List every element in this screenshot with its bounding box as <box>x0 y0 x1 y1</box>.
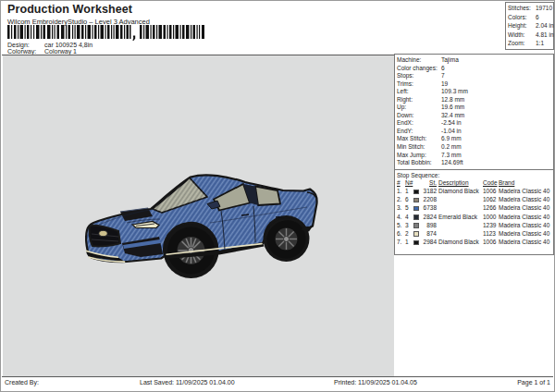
machine-value: 7.3 mm <box>441 152 462 158</box>
thread-code: 1239 <box>483 222 499 228</box>
col-header-needle: N# <box>405 179 413 186</box>
thread-brand: Madeira Classic 40 <box>499 204 553 211</box>
thread-description: Emerald Black <box>438 214 483 220</box>
thread-code: 1123 <box>483 230 499 237</box>
row-num: 1. <box>397 188 405 194</box>
row-num: 6. <box>397 230 405 237</box>
footer-printed: Printed: 11/09/2025 01.04.05 <box>334 379 417 386</box>
thread-color-swatch <box>413 240 419 246</box>
machine-row: Machine:Tajima <box>397 56 553 65</box>
stop-sequence-row: 7.12984Diamond Black1006Madeira Classic … <box>397 239 553 247</box>
stat-label: Zoom: <box>508 40 536 46</box>
stat-label: Colors: <box>508 14 536 20</box>
machine-value: 109.3 mm <box>441 88 468 94</box>
stat-row: Zoom:1:1 <box>508 40 553 49</box>
stat-value: 6 <box>536 14 539 20</box>
machine-value: Tajima <box>441 56 459 63</box>
needle-num: 1 <box>405 239 413 245</box>
machine-value: -2.54 in <box>441 119 462 126</box>
machine-label: Total Bobbin: <box>397 159 441 165</box>
needle-num: 2 <box>405 230 413 237</box>
machine-label: Down: <box>397 112 441 118</box>
stop-sequence-row: 1.13182Diamond Black1006Madeira Classic … <box>397 188 553 196</box>
footer-page-number: Page 1 of 1 <box>517 379 550 386</box>
machine-value: 19.6 mm <box>441 104 464 110</box>
needle-num: 1 <box>405 188 413 194</box>
footer-created-by: Created By: <box>5 379 39 386</box>
row-num: 5. <box>397 222 405 228</box>
thread-color-swatch <box>413 223 419 228</box>
stitch-count: 2208 <box>423 196 438 202</box>
machine-value: 12.8 mm <box>441 96 464 103</box>
col-header-code: Code <box>483 179 499 186</box>
machine-value: 19 <box>441 80 448 87</box>
stitch-count: 2984 <box>423 239 438 245</box>
machine-row: EndY:-1.04 in <box>397 128 553 136</box>
machine-row: Total Bobbin:124.69ft <box>397 159 553 167</box>
stat-row: Stitches:19710 <box>508 5 553 14</box>
row-num: 4. <box>397 214 405 220</box>
machine-label: Max Jump: <box>397 152 441 158</box>
thread-color-swatch <box>413 231 419 237</box>
thread-code: 1266 <box>483 204 499 211</box>
machine-label: Trims: <box>397 80 441 87</box>
col-header-stitches: St. <box>423 179 438 186</box>
production-worksheet-page: Production Worksheet Wilcom EmbroiderySt… <box>0 0 555 392</box>
machine-label: Machine: <box>397 56 441 63</box>
machine-value: -1.04 in <box>441 128 462 134</box>
car-embroidery-design <box>71 165 339 286</box>
machine-row: Down:32.4 mm <box>397 112 553 120</box>
machine-value: 32.4 mm <box>441 112 464 118</box>
thread-code: 1000 <box>483 214 499 220</box>
stat-row: Colors:6 <box>508 14 553 23</box>
machine-row: Min Stitch:0.2 mm <box>397 143 553 152</box>
machine-label: Left: <box>397 88 441 94</box>
machine-row: Left:109.3 mm <box>397 88 553 96</box>
stat-label: Height: <box>508 22 536 29</box>
stitch-count: 898 <box>423 222 438 228</box>
design-preview-canvas <box>3 55 394 377</box>
stat-row: Width:4.81 in <box>508 31 553 41</box>
machine-details: Machine:Tajima Color changes:6 Stops:7 T… <box>395 55 553 169</box>
thread-brand: Madeira Classic 40 <box>499 214 553 220</box>
stop-sequence-panel: Stop Sequence: # N# St. Description Code… <box>395 169 553 254</box>
machine-value: 6 <box>441 65 445 71</box>
barcode-icon <box>7 25 207 41</box>
machine-label: EndY: <box>397 128 441 134</box>
thread-color-swatch <box>413 190 419 195</box>
stop-sequence-header: # N# St. Description Code Brand <box>397 179 553 188</box>
thread-color-swatch <box>413 206 419 212</box>
stitch-count: 874 <box>423 230 438 237</box>
machine-row: Stops:7 <box>397 72 553 80</box>
stat-value: 1:1 <box>536 40 544 46</box>
thread-description: Diamond Black <box>438 188 483 194</box>
machine-value: 0.2 mm <box>441 143 462 150</box>
machine-label: Max Stitch: <box>397 135 441 141</box>
stat-value: 19710 <box>536 5 552 11</box>
stat-value: 2.04 in <box>536 22 554 29</box>
machine-row: Up:19.6 mm <box>397 104 553 112</box>
thread-brand: Madeira Classic 40 <box>499 188 553 194</box>
needle-num: 6 <box>405 196 413 202</box>
needle-num: 4 <box>405 214 413 220</box>
machine-row: Max Stitch:6.9 mm <box>397 135 553 143</box>
thread-brand: Madeira Classic 40 <box>499 239 553 245</box>
stop-sequence-row: 5.38981239Madeira Classic 40 <box>397 222 553 230</box>
thread-brand: Madeira Classic 40 <box>499 222 553 228</box>
machine-row: Color changes:6 <box>397 65 553 73</box>
machine-label: Stops: <box>397 72 441 79</box>
machine-label: EndX: <box>397 119 441 126</box>
design-stats-panel: Stitches:19710 Colors:6 Height:2.04 in W… <box>505 2 554 50</box>
thread-color-swatch <box>413 198 419 203</box>
design-value: car 100925 4,8in <box>44 42 92 48</box>
thread-brand: Madeira Classic 40 <box>499 230 553 237</box>
needle-num: 5 <box>405 204 413 211</box>
machine-row: Max Jump:7.3 mm <box>397 152 553 160</box>
row-num: 7. <box>397 239 405 245</box>
machine-info-panel: Machine:Tajima Color changes:6 Stops:7 T… <box>394 54 554 255</box>
stitch-count: 6738 <box>423 204 438 211</box>
machine-label: Up: <box>397 104 441 110</box>
stat-label: Width: <box>508 31 536 38</box>
stitch-count: 3182 <box>423 188 438 194</box>
machine-row: EndX:-2.54 in <box>397 119 553 128</box>
